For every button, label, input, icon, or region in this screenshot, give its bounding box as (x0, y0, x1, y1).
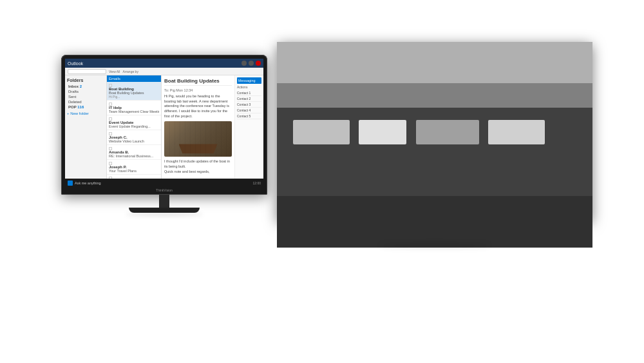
right-screen: City Bulletin ‹ › ↻ citybulletin.com (281, 46, 589, 213)
email-subject-2: Team Management Clear Meeting (109, 110, 159, 113)
sidebar-item-pop[interactable]: POP 116 (67, 104, 104, 110)
left-brand-logo: ThinkVision (65, 188, 263, 193)
messaging-item-1: Contact 1 (237, 90, 261, 96)
email-item-6[interactable]: Joseph P. Your Travel Plans (107, 160, 161, 175)
article-cars: Spain to slash car tax The 5th European … (513, 99, 583, 166)
minimize-btn[interactable] (242, 61, 247, 66)
reading-pane: Boat Building Updates To: Pig Mon 12:34 … (162, 75, 234, 179)
sidebar-item-drafts[interactable]: Drafts (67, 89, 104, 94)
email-item-1[interactable]: Boat Building Boat Building Updates Hi P… (107, 82, 161, 101)
email-item-4[interactable]: Joseph C. Website Video Launch (107, 130, 161, 145)
messaging-item-2: Contact 2 (237, 96, 261, 102)
toolbar-view: View All (109, 70, 120, 74)
window-controls (242, 61, 261, 66)
reading-pane-meta: To: Pig Mon 12:34 (164, 88, 232, 92)
left-monitor-shadow (126, 213, 203, 216)
left-monitor-bezel: Outlook View All Arrange by (61, 55, 267, 195)
close-btn[interactable] (256, 61, 261, 66)
pop-label: POP (68, 105, 77, 109)
email-list: Emails Boat Building Boat Building Updat… (107, 75, 162, 179)
messaging-title: Messaging (237, 77, 261, 84)
car-4 (513, 120, 545, 144)
reading-body-p3: Quick note and best regards, (164, 170, 232, 175)
left-monitor: Outlook View All Arrange by (61, 55, 267, 216)
reading-body-p1: Hi Pig, would you be heading to the boat… (164, 94, 232, 119)
taskbar-clock: 12:00 (252, 181, 261, 185)
search-input[interactable] (68, 69, 106, 74)
email-subject-3: Event Update Regarding... (109, 124, 159, 128)
email-item-5[interactable]: Amanda B. RE: International Business... (107, 145, 161, 160)
email-item-2[interactable]: IT Help Team Management Clear Meeting (107, 101, 161, 115)
outlook-toolbar: View All Arrange by (65, 68, 263, 75)
sidebar-item-inbox[interactable]: Inbox 2 (67, 84, 104, 89)
reading-body-p2: I thought I'd include updates of the boa… (164, 159, 232, 169)
email-list-header: Emails (107, 75, 161, 82)
right-monitor-shadow (380, 244, 489, 248)
messaging-item-4: Contact 4 (237, 108, 261, 113)
windows-logo (68, 181, 73, 186)
messaging-actions: Actions (237, 85, 261, 89)
left-screen: Outlook View All Arrange by (65, 59, 263, 188)
left-taskbar: Ask me anything 12:00 (65, 179, 263, 188)
reading-pane-body: Hi Pig, would you be heading to the boat… (164, 94, 232, 175)
wood-texture (164, 121, 232, 157)
email-subject-5: RE: International Business... (109, 154, 159, 158)
folders-title: Folders (67, 78, 104, 83)
taskbar-search[interactable]: Ask me anything (75, 181, 251, 185)
outlook-body: Folders Inbox 2 Drafts Sent Deleted POP … (65, 75, 263, 179)
email-count: Emails (109, 77, 120, 81)
toolbar-arrange: Arrange by (122, 70, 138, 74)
left-monitor-base (129, 208, 200, 213)
email-subject-6: Your Travel Plans (109, 169, 159, 173)
articles-grid: Dam opportunities The world's biggest da… (281, 93, 589, 172)
maximize-btn[interactable] (249, 61, 254, 66)
messaging-panel: Messaging Actions Contact 1 Contact 2 Co… (234, 75, 263, 179)
city-bulletin-app: City Bulletin ‹ › ↻ citybulletin.com (281, 46, 589, 213)
left-monitor-neck (159, 195, 169, 208)
email-item-3[interactable]: Event Update Event Update Regarding... (107, 115, 161, 130)
article-cars-image (513, 99, 583, 144)
outlook-app: Outlook View All Arrange by (65, 59, 263, 188)
cars-image-visual (513, 99, 583, 144)
left-bottom-bezel: ThinkVision (65, 188, 263, 193)
messaging-item-3: Contact 3 (237, 102, 261, 108)
reading-pane-image (164, 121, 232, 157)
outlook-titlebar: Outlook (65, 59, 263, 68)
new-folder-btn[interactable]: + New folder (67, 112, 104, 115)
outlook-titlebar-text: Outlook (68, 61, 242, 66)
messaging-item-5: Contact 5 (237, 113, 261, 119)
inbox-badge: 2 (80, 84, 82, 88)
right-monitor-bezel: City Bulletin ‹ › ↻ citybulletin.com (277, 42, 592, 221)
right-monitor: City Bulletin ‹ › ↻ citybulletin.com (277, 42, 592, 248)
email-preview-1: Hi Pig... (109, 95, 159, 99)
inbox-label: Inbox (68, 84, 80, 88)
pop-badge: 116 (77, 105, 84, 109)
email-subject-4: Website Video Launch (109, 139, 159, 143)
outlook-sidebar: Folders Inbox 2 Drafts Sent Deleted POP … (65, 75, 107, 179)
sidebar-item-deleted[interactable]: Deleted (67, 99, 104, 104)
reading-pane-title: Boat Building Updates (164, 78, 232, 86)
sidebar-item-sent[interactable]: Sent (67, 94, 104, 99)
scene: Outlook View All Arrange by (0, 0, 644, 363)
